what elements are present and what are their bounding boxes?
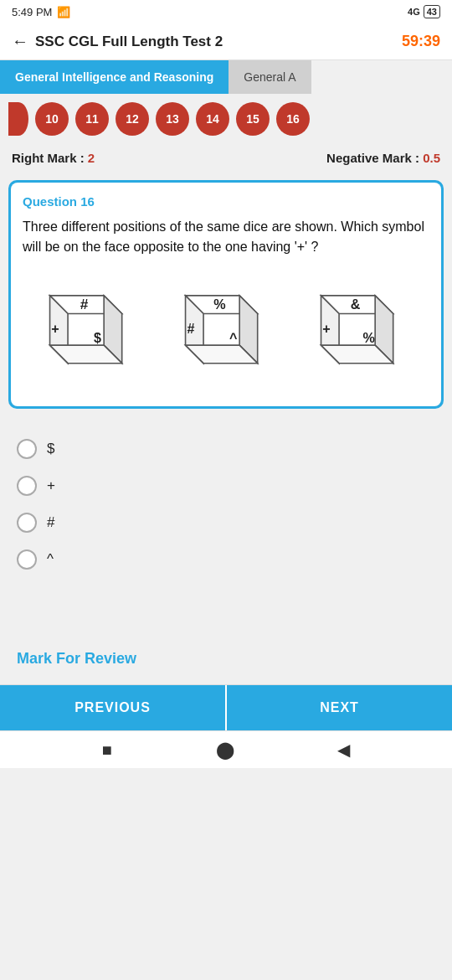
- qnum-15[interactable]: 15: [236, 102, 270, 136]
- timer-display: 59:39: [402, 33, 440, 50]
- status-bar: 5:49 PM 📶 4G 43: [0, 0, 452, 23]
- question-inner: Question 16 Three different positions of…: [11, 183, 441, 406]
- dice-2: % # ^: [167, 277, 285, 386]
- qnum-13[interactable]: 13: [156, 102, 189, 136]
- qnum-10[interactable]: 10: [35, 102, 69, 136]
- svg-text:%: %: [362, 330, 374, 345]
- test-title: SSC CGL Full Length Test 2: [35, 34, 395, 50]
- tab-bar: General Intelligence and Reasoning Gener…: [0, 60, 452, 94]
- option-plus[interactable]: +: [17, 467, 435, 504]
- network-icon: 4G: [408, 7, 420, 17]
- status-right: 4G 43: [408, 5, 440, 18]
- neg-mark-label: Negative Mark :: [326, 151, 419, 165]
- sys-nav-home-icon[interactable]: ⬤: [216, 740, 234, 760]
- system-nav-bar: ■ ⬤ ◀: [0, 730, 452, 768]
- tab-general-awareness[interactable]: General A: [229, 60, 311, 94]
- previous-button[interactable]: PREVIOUS: [0, 685, 227, 730]
- spacer: [0, 591, 452, 642]
- qnum-12[interactable]: 12: [116, 102, 149, 136]
- right-mark: Right Mark : 2: [12, 151, 95, 165]
- tab-general-intelligence[interactable]: General Intelligence and Reasoning: [0, 60, 229, 94]
- qnum-14[interactable]: 14: [196, 102, 229, 136]
- option-hash[interactable]: #: [17, 504, 435, 541]
- back-button[interactable]: ←: [12, 32, 28, 51]
- marks-row: Right Mark : 2 Negative Mark : 0.5: [0, 144, 452, 172]
- negative-mark: Negative Mark : 0.5: [326, 151, 440, 165]
- neg-mark-value: 0.5: [423, 151, 440, 165]
- radio-dollar[interactable]: [17, 439, 37, 459]
- svg-text:+: +: [51, 321, 59, 336]
- bottom-nav: PREVIOUS NEXT: [0, 684, 452, 730]
- option-plus-label: +: [47, 477, 55, 494]
- next-button[interactable]: NEXT: [227, 685, 452, 730]
- option-caret-label: ^: [47, 551, 54, 568]
- radio-plus[interactable]: [17, 476, 37, 496]
- status-left: 5:49 PM 📶: [12, 6, 70, 18]
- radio-caret[interactable]: [17, 549, 37, 570]
- option-caret[interactable]: ^: [17, 541, 435, 578]
- battery-icon: 43: [424, 5, 440, 18]
- mark-review-area: Mark For Review: [0, 642, 452, 684]
- svg-text:$: $: [94, 330, 101, 345]
- sys-nav-back-icon[interactable]: ◀: [337, 740, 350, 760]
- qnum-11[interactable]: 11: [75, 102, 109, 136]
- question-label: Question 16: [23, 194, 429, 209]
- question-card: Question 16 Three different positions of…: [8, 180, 444, 409]
- dice-3: & + %: [303, 277, 420, 386]
- question-numbers-row: 10 11 12 13 14 15 16: [0, 94, 452, 144]
- header: ← SSC CGL Full Length Test 2 59:39: [0, 23, 452, 60]
- svg-text:^: ^: [229, 330, 238, 345]
- dice-area: # + $ % # ^: [23, 269, 429, 395]
- option-hash-label: #: [47, 514, 54, 531]
- radio-hash[interactable]: [17, 513, 37, 533]
- option-dollar[interactable]: $: [17, 431, 435, 467]
- svg-text:%: %: [213, 297, 225, 312]
- qnum-partial[interactable]: [8, 102, 28, 136]
- status-time: 5:49 PM: [12, 6, 52, 18]
- right-mark-value: 2: [88, 151, 95, 165]
- svg-text:&: &: [351, 297, 361, 312]
- sys-nav-square-icon[interactable]: ■: [102, 740, 112, 760]
- options-area: $ + # ^: [0, 417, 452, 591]
- qnum-16[interactable]: 16: [276, 102, 310, 136]
- option-dollar-label: $: [47, 441, 54, 457]
- right-mark-label: Right Mark :: [12, 151, 85, 165]
- svg-text:#: #: [187, 321, 195, 336]
- svg-text:+: +: [322, 321, 330, 336]
- mark-review-button[interactable]: Mark For Review: [17, 650, 136, 667]
- dice-1: # + $: [32, 277, 149, 386]
- signal-icon: 📶: [57, 6, 70, 18]
- question-text: Three different positions of the same di…: [23, 217, 429, 257]
- svg-text:#: #: [80, 296, 89, 312]
